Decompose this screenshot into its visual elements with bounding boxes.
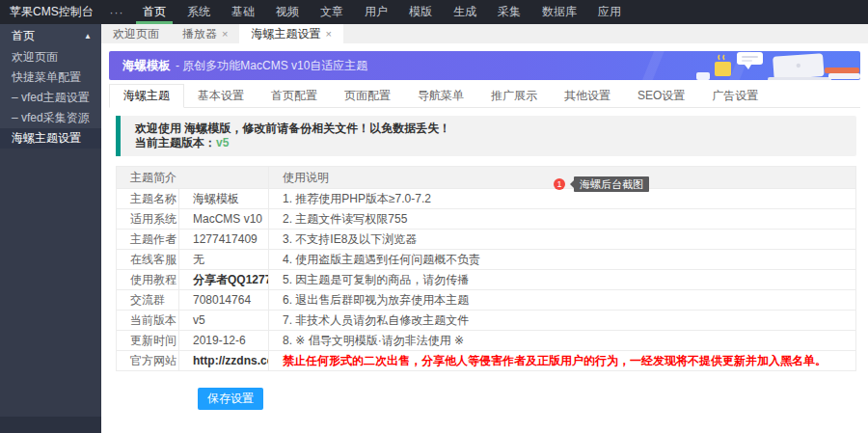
topmenu-item-3[interactable]: 视频 bbox=[265, 0, 310, 24]
topmenu-item-2[interactable]: 基础 bbox=[221, 0, 265, 24]
col-header-intro: 主题简介 bbox=[117, 167, 269, 189]
subtab-5[interactable]: 推广展示 bbox=[477, 84, 551, 107]
topmenu-item-1[interactable]: 系统 bbox=[176, 0, 221, 24]
row-label: 主题作者 bbox=[117, 230, 179, 250]
row-label: 在线客服 bbox=[117, 250, 179, 270]
subtab-6[interactable]: 其他设置 bbox=[551, 84, 624, 107]
notice-line2: 当前主题版本：v5 bbox=[135, 136, 842, 150]
banner-title: 海螺模板 bbox=[122, 58, 171, 74]
open-tab-label: 欢迎页面 bbox=[113, 26, 159, 42]
row-note: 8. ※ 倡导文明模版·请勿非法使用 ※ bbox=[269, 331, 856, 351]
table-row: 当前版本v57. 非技术人员请勿私自修改主题文件 bbox=[117, 311, 856, 331]
topmenu-item-8[interactable]: 采集 bbox=[487, 0, 531, 24]
annotation-tooltip: 海螺后台截图 bbox=[574, 176, 649, 192]
topmenu-item-9[interactable]: 数据库 bbox=[531, 0, 587, 24]
more-icon[interactable]: ··· bbox=[101, 0, 132, 24]
open-tab-label: 海螺主题设置 bbox=[251, 26, 320, 42]
row-label: 更新时间 bbox=[117, 331, 179, 351]
banner-subtitle: - 原创多功能MacCMS v10自适应主题 bbox=[176, 58, 367, 74]
table-row: 官方网站http://zzdns.cc禁止任何形式的二次出售，分享他人等侵害作者… bbox=[117, 351, 856, 371]
table-row: 在线客服无4. 使用盗版主题遇到任何问题概不负责 bbox=[117, 250, 856, 270]
open-tabs-bar: 欢迎页面播放器×海螺主题设置× bbox=[101, 24, 868, 43]
row-note: 6. 退出售后群即视为放弃使用本主题 bbox=[269, 290, 856, 311]
topmenu-item-0[interactable]: 首页 bbox=[132, 0, 176, 24]
row-label: 交流群 bbox=[117, 290, 179, 311]
top-menu: 首页系统基础视频文章用户模版生成采集数据库应用 bbox=[132, 0, 632, 24]
notice-line1: 欢迎使用 海螺模版，修改前请备份相关文件！以免数据丢失！ bbox=[135, 122, 842, 136]
topmenu-item-5[interactable]: 用户 bbox=[354, 0, 398, 24]
row-label: 适用系统 bbox=[117, 209, 179, 230]
settings-subtabs: 海螺主题基本设置首页配置页面配置导航菜单推广展示其他设置SEO设置广告设置 bbox=[109, 84, 860, 108]
sidebar-item-2[interactable]: – vfed主题设置 bbox=[0, 88, 101, 108]
table-header-row: 主题简介 使用说明 bbox=[117, 167, 856, 189]
row-value: v5 bbox=[179, 311, 269, 331]
row-label: 当前版本 bbox=[117, 311, 179, 331]
sidebar-empty-area bbox=[0, 149, 101, 417]
subtab-0[interactable]: 海螺主题 bbox=[109, 84, 184, 108]
sidebar-item-1[interactable]: 快捷菜单配置 bbox=[0, 68, 101, 88]
row-note: 2. 主题文件读写权限755 bbox=[269, 209, 856, 230]
row-label: 官方网站 bbox=[117, 351, 179, 371]
row-value: http://zzdns.cc bbox=[179, 351, 269, 371]
row-note: 3. 不支持IE8及以下浏览器 bbox=[269, 230, 856, 250]
table-row: 主题名称海螺模板1. 推荐使用PHP版本≥7.0-7.2 bbox=[117, 189, 856, 209]
row-note: 7. 非技术人员请勿私自修改主题文件 bbox=[269, 311, 856, 331]
subtab-2[interactable]: 首页配置 bbox=[258, 84, 331, 107]
sidebar-header-label: 首页 bbox=[12, 28, 35, 44]
topbar: 苹果CMS控制台 ··· 首页系统基础视频文章用户模版生成采集数据库应用 bbox=[0, 0, 868, 24]
row-label: 主题名称 bbox=[117, 189, 179, 209]
sidebar-bottom-bar[interactable] bbox=[0, 417, 101, 433]
topmenu-item-6[interactable]: 模版 bbox=[398, 0, 443, 24]
sidebar-item-0[interactable]: 欢迎页面 bbox=[0, 47, 101, 68]
sidebar-header-home[interactable]: 首页 ▲ bbox=[0, 24, 101, 47]
topmenu-item-7[interactable]: 生成 bbox=[443, 0, 487, 24]
row-value: 分享者QQ1277417409 bbox=[179, 270, 269, 290]
row-note: 禁止任何形式的二次出售，分享他人等侵害作者及正版用户的行为，一经发现将不提供更新… bbox=[269, 351, 856, 371]
row-value: 1277417409 bbox=[179, 230, 269, 250]
banner-stripe bbox=[640, 51, 665, 80]
sidebar-item-3[interactable]: – vfed采集资源 bbox=[0, 108, 101, 128]
main-content: 欢迎页面播放器×海螺主题设置× 海螺模板 - 原创多功能MacCMS v10自适… bbox=[101, 24, 868, 433]
close-icon[interactable]: × bbox=[222, 29, 228, 40]
subtab-4[interactable]: 导航菜单 bbox=[404, 84, 477, 107]
row-value: 海螺模板 bbox=[179, 189, 269, 209]
annotation-overlay: 1 海螺后台截图 bbox=[554, 176, 649, 192]
sidebar: 首页 ▲ 欢迎页面快捷菜单配置– vfed主题设置– vfed采集资源海螺主题设… bbox=[0, 24, 101, 433]
row-value: 708014764 bbox=[179, 290, 269, 311]
open-tab-2[interactable]: 海螺主题设置× bbox=[239, 24, 342, 43]
open-tab-1[interactable]: 播放器× bbox=[171, 24, 239, 43]
tooltip-arrow-icon bbox=[566, 180, 574, 188]
caret-up-icon: ▲ bbox=[84, 32, 92, 41]
subtab-1[interactable]: 基本设置 bbox=[184, 84, 258, 107]
notice-box: 欢迎使用 海螺模版，修改前请备份相关文件！以免数据丢失！ 当前主题版本：v5 bbox=[116, 116, 856, 156]
subtab-8[interactable]: 广告设置 bbox=[698, 84, 772, 107]
version-label: 当前主题版本： bbox=[135, 136, 216, 149]
topmenu-item-10[interactable]: 应用 bbox=[587, 0, 632, 24]
open-tab-label: 播放器 bbox=[182, 26, 217, 42]
app-title: 苹果CMS控制台 bbox=[0, 0, 101, 24]
table-row: 更新时间2019-12-68. ※ 倡导文明模版·请勿非法使用 ※ bbox=[117, 331, 856, 351]
table-row: 主题作者12774174093. 不支持IE8及以下浏览器 bbox=[117, 230, 856, 250]
save-button[interactable]: 保存设置 bbox=[198, 388, 263, 410]
topmenu-item-4[interactable]: 文章 bbox=[310, 0, 354, 24]
sidebar-item-4[interactable]: 海螺主题设置 bbox=[0, 128, 101, 149]
row-note: 5. 因主题是可复制的商品，请勿传播 bbox=[269, 270, 856, 290]
annotation-badge: 1 bbox=[554, 178, 565, 190]
row-value: MacCMS v10 bbox=[179, 209, 269, 230]
theme-info-table: 主题简介 使用说明 主题名称海螺模板1. 推荐使用PHP版本≥7.0-7.2适用… bbox=[116, 166, 856, 371]
close-icon[interactable]: × bbox=[325, 29, 331, 40]
theme-banner: 海螺模板 - 原创多功能MacCMS v10自适应主题 bbox=[109, 51, 860, 80]
row-value: 无 bbox=[179, 250, 269, 270]
version-value: v5 bbox=[216, 136, 229, 149]
row-note: 4. 使用盗版主题遇到任何问题概不负责 bbox=[269, 250, 856, 270]
open-tab-0[interactable]: 欢迎页面 bbox=[101, 24, 171, 43]
table-row: 交流群7080147646. 退出售后群即视为放弃使用本主题 bbox=[117, 290, 856, 311]
banner-illustration bbox=[696, 51, 860, 80]
subtab-7[interactable]: SEO设置 bbox=[624, 84, 698, 107]
subtab-3[interactable]: 页面配置 bbox=[331, 84, 404, 107]
row-label: 使用教程 bbox=[117, 270, 179, 290]
row-value: 2019-12-6 bbox=[179, 331, 269, 351]
table-row: 适用系统MacCMS v102. 主题文件读写权限755 bbox=[117, 209, 856, 230]
table-row: 使用教程分享者QQ12774174095. 因主题是可复制的商品，请勿传播 bbox=[117, 270, 856, 290]
